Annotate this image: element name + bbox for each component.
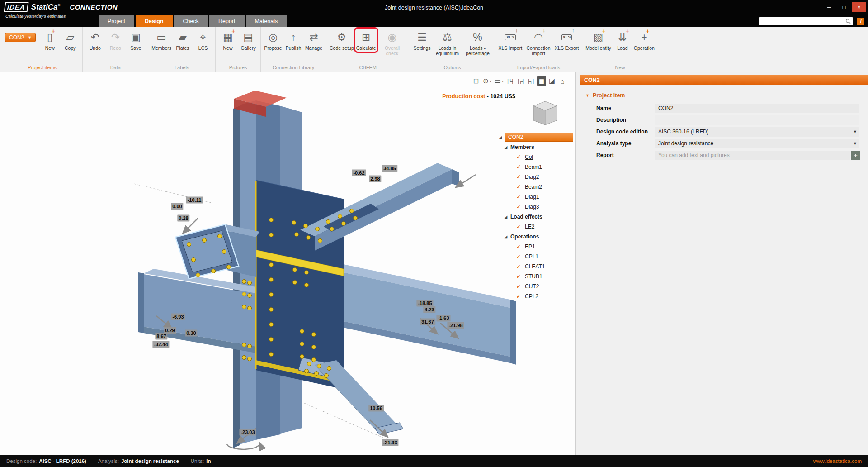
plates-button[interactable]: ▰Plates — [173, 29, 193, 52]
maximize-button[interactable]: □ — [837, 2, 851, 12]
project-item-selector-label: CON2 — [9, 34, 24, 41]
ribbon-group-project-items: CON2▼▯+New▱CopyProject items — [2, 27, 83, 72]
tree-item-cpl1[interactable]: ✓CPL1 — [499, 252, 573, 262]
add-report-button[interactable]: + — [851, 151, 860, 160]
gallery-button[interactable]: ▤Gallery — [238, 29, 258, 52]
new-button[interactable]: ▦+New — [218, 29, 238, 52]
view-shaded-button[interactable]: ◱ — [527, 76, 536, 86]
lcs-button[interactable]: ⌖LCS — [193, 29, 213, 52]
load-button[interactable]: ⇊+Load — [613, 29, 632, 52]
status-item-label: Units: — [191, 458, 204, 464]
fit-view-button[interactable]: ⊡ — [472, 76, 481, 86]
analysis-type-dropdown[interactable]: Joint design resistance▼ — [655, 139, 859, 148]
tree-item-diag1[interactable]: ✓Diag1 — [499, 192, 573, 202]
tree-item-label: CPL2 — [525, 293, 538, 300]
percentage-icon: % — [473, 30, 482, 44]
propose-button[interactable]: ◎Propose — [263, 29, 283, 52]
xls-export-button[interactable]: XLS↑XLS Export — [554, 29, 580, 52]
tree-expander-icon[interactable]: ◢ — [499, 135, 505, 139]
view-solid-button[interactable]: ◼ — [537, 76, 546, 86]
status-item-label: Analysis: — [98, 458, 119, 464]
3d-connection-model[interactable] — [0, 72, 575, 455]
tree-expander-icon[interactable]: ◢ — [505, 235, 510, 239]
view-transparent-button[interactable]: ◪ — [547, 76, 557, 86]
code-setup-button[interactable]: ⚙Code setup — [329, 29, 355, 52]
zoom-mode-button[interactable]: ⊕▾ — [482, 76, 492, 86]
new-button[interactable]: ▯+New — [40, 29, 60, 52]
dropdown-value: AISC 360-16 (LRFD) — [658, 129, 708, 135]
diagonal-lower-member[interactable] — [298, 357, 403, 437]
project-item-section[interactable]: ▼ Project item — [585, 92, 868, 99]
section-collapse-icon[interactable]: ▼ — [585, 93, 590, 98]
tree-expander-icon[interactable]: ◢ — [505, 215, 510, 219]
production-cost-label: Production cost — [442, 93, 485, 100]
chevron-down-icon: ▾ — [502, 79, 504, 83]
tree-item-col[interactable]: ✓Col — [499, 152, 573, 162]
tree-item-cpl2[interactable]: ✓CPL2 — [499, 291, 573, 301]
ribbon-group-label: Project items — [4, 63, 80, 72]
property-label: Design code edition — [596, 129, 655, 135]
navigation-cube[interactable] — [531, 100, 560, 128]
tabrow-right: i — [759, 17, 868, 25]
plates-icon: ▰ — [179, 30, 187, 44]
tree-section-load-effects[interactable]: ◢Load effects — [499, 212, 573, 222]
manage-button[interactable]: ⇄Manage — [304, 29, 324, 52]
tab-materials[interactable]: Materials — [246, 15, 287, 27]
operation-button[interactable]: ++Operation — [633, 29, 656, 52]
save-button[interactable]: ▣Save — [126, 29, 146, 52]
tree-root-con2[interactable]: CON2 — [505, 133, 573, 142]
statica-logo: StatiCa® — [31, 3, 60, 12]
tree-item-stub1[interactable]: ✓STUB1 — [499, 272, 573, 281]
connection-import-button[interactable]: ◠↓Connection Import — [524, 29, 553, 57]
tree-section-members[interactable]: ◢Members — [499, 142, 573, 152]
tree-item-beam2[interactable]: ✓Beam2 — [499, 182, 573, 192]
home-view-button[interactable]: ⌂ — [558, 76, 567, 86]
description-field[interactable] — [655, 115, 859, 125]
xls-import-button[interactable]: XLS↓XLS Import — [498, 29, 524, 52]
tree-item-diag3[interactable]: ✓Diag3 — [499, 202, 573, 212]
viewport-toolbar: ⊡⊕▾▭▾◳◲◱◼◪⌂ — [472, 76, 567, 86]
search-box[interactable] — [759, 17, 853, 25]
stub-end-plate[interactable] — [175, 224, 259, 279]
publish-button[interactable]: ↑Publish — [283, 29, 303, 52]
tree-item-cleat1[interactable]: ✓CLEAT1 — [499, 262, 573, 272]
tab-check[interactable]: Check — [174, 15, 208, 27]
tab-report[interactable]: Report — [209, 15, 245, 27]
design-code-edition-dropdown[interactable]: AISC 360-16 (LRFD)▼ — [655, 127, 859, 137]
ribbon-group-data: ↶Undo↷Redo▣SaveData — [83, 27, 148, 72]
model-entity-button[interactable]: ▧+Model entity — [585, 29, 612, 52]
settings-button[interactable]: ☰Settings — [412, 29, 432, 52]
tree-item-le2[interactable]: ✓LE2 — [499, 222, 573, 232]
project-item-selector[interactable]: CON2▼ — [5, 33, 36, 42]
minimize-button[interactable]: ─ — [822, 2, 836, 12]
beam-right-member[interactable] — [344, 264, 516, 365]
info-button[interactable]: i — [857, 18, 864, 25]
tree-item-cut2[interactable]: ✓CUT2 — [499, 281, 573, 291]
tree-expander-icon[interactable]: ◢ — [505, 145, 510, 149]
tab-design[interactable]: Design — [136, 15, 173, 27]
3d-viewport[interactable]: -10.110.000.2834.85-0.622.98-18.854.23-1… — [0, 72, 575, 455]
view-wireframe-button[interactable]: ◳ — [506, 76, 515, 86]
website-link[interactable]: www.ideastatica.com — [813, 458, 862, 464]
tree-item-ep1[interactable]: ✓EP1 — [499, 242, 573, 252]
gusset-plate[interactable] — [256, 180, 344, 389]
report-input[interactable]: You can add text and pictures — [655, 151, 850, 160]
name-field[interactable]: CON2 — [655, 104, 859, 113]
tree-item-diag2[interactable]: ✓Diag2 — [499, 172, 573, 182]
maximize-icon: □ — [842, 4, 845, 10]
members-button[interactable]: ▭Members — [151, 29, 172, 52]
loads-in-equilibrium-button[interactable]: ⚖Loads in equilibrium — [433, 29, 462, 57]
checkmark-icon: ✓ — [516, 174, 523, 180]
ribbon-group-label: Connection Library — [263, 63, 324, 72]
copy-button[interactable]: ▱Copy — [60, 29, 80, 52]
selection-mode-button[interactable]: ▭▾ — [494, 76, 505, 86]
undo-button[interactable]: ↶Undo — [85, 29, 105, 52]
loads-percentage-button[interactable]: %Loads - percentage — [463, 29, 493, 57]
redo-icon: ↷ — [111, 30, 120, 44]
view-hidden-line-button[interactable]: ◲ — [516, 76, 525, 86]
close-button[interactable]: × — [852, 2, 866, 12]
search-input[interactable] — [761, 18, 845, 25]
tree-section-operations[interactable]: ◢Operations — [499, 232, 573, 242]
calculate-button[interactable]: ⊞Calculate — [355, 29, 377, 52]
tree-item-beam1[interactable]: ✓Beam1 — [499, 162, 573, 172]
